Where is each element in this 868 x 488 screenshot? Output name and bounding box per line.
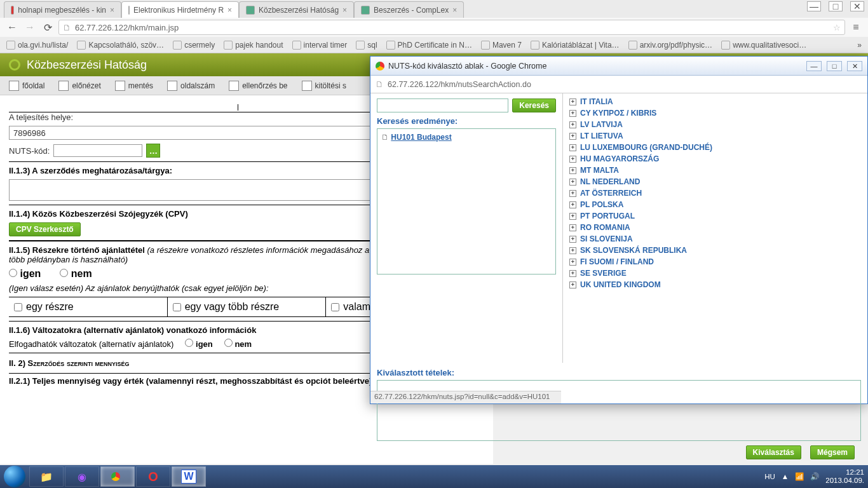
expand-icon[interactable]: + — [569, 270, 576, 277]
tray-clock[interactable]: 12:21 2013.04.09. — [825, 468, 864, 485]
tree-item[interactable]: +SI SLOVENIJA — [563, 233, 867, 245]
tree-item[interactable]: +RO ROMANIA — [563, 222, 867, 233]
toolbar-mentés[interactable]: mentés — [115, 81, 153, 91]
bookmark-item[interactable]: PhD Certificate in N… — [386, 41, 472, 50]
browser-tab[interactable]: Közbeszerzési Hatóság× — [239, 1, 354, 18]
expand-icon[interactable]: + — [569, 281, 576, 288]
tree-item[interactable]: +SE SVERIGE — [563, 268, 867, 279]
expand-icon[interactable]: + — [569, 110, 576, 117]
valamennyi-check[interactable] — [331, 303, 339, 311]
task-opera[interactable]: O — [136, 466, 170, 487]
nuts-search-button[interactable]: Keresés — [512, 98, 556, 112]
expand-icon[interactable]: + — [569, 98, 576, 105]
task-explorer[interactable]: 📁 — [29, 466, 64, 487]
expand-icon[interactable]: + — [569, 167, 576, 174]
close-btn[interactable]: ✕ — [850, 1, 864, 11]
maximize-btn[interactable]: □ — [829, 1, 843, 11]
popup-maximize[interactable]: □ — [827, 61, 842, 71]
egy-reszre-check[interactable] — [14, 303, 22, 311]
result-link-hu101[interactable]: HU101 Budapest — [391, 133, 451, 142]
expand-icon[interactable]: + — [569, 213, 576, 220]
tray-volume-icon[interactable]: 🔊 — [810, 472, 819, 481]
tree-item[interactable]: +MT MALTA — [563, 165, 867, 176]
cancel-button[interactable]: Mégsem — [810, 445, 855, 459]
toolbar-előnézet[interactable]: előnézet — [58, 81, 100, 91]
expand-icon[interactable]: + — [569, 247, 576, 254]
tree-item[interactable]: +PL POLSKA — [563, 199, 867, 210]
menu-button[interactable]: ≡ — [849, 20, 863, 34]
task-chrome[interactable] — [100, 466, 135, 487]
expand-icon[interactable]: + — [569, 133, 576, 140]
tree-item[interactable]: +NL NEDERLAND — [563, 176, 867, 187]
popup-minimize[interactable]: — — [806, 61, 822, 71]
tree-item[interactable]: +IT ITALIA — [563, 96, 867, 107]
reszekre-igen[interactable]: igen — [9, 268, 41, 280]
address-bar[interactable]: 🗋 62.77.226.122/hkm/main.jsp ☆ — [58, 20, 845, 35]
tree-item[interactable]: +CY ΚΥΠΡΟΣ / KIBRIS — [563, 107, 867, 119]
egy-vagy-tobb-check[interactable] — [173, 303, 181, 311]
nuts-picker-button[interactable]: … — [146, 144, 160, 158]
expand-icon[interactable]: + — [569, 259, 576, 266]
tab-close-icon[interactable]: × — [227, 6, 232, 15]
tree-item[interactable]: +PT PORTUGAL — [563, 210, 867, 222]
tab-close-icon[interactable]: × — [110, 6, 114, 15]
minimize-btn[interactable]: — — [807, 1, 821, 11]
bookmark-item[interactable]: sql — [356, 41, 377, 50]
tree-item[interactable]: +SK SLOVENSKÁ REPUBLIKA — [563, 245, 867, 256]
toolbar-ellenőrzés[interactable]: ellenőrzés be — [229, 81, 287, 91]
expand-icon[interactable]: + — [569, 144, 576, 151]
task-word[interactable]: W — [172, 466, 206, 487]
browser-tab[interactable]: Beszerzés - CompLex× — [354, 1, 464, 18]
bookmark-item[interactable]: Kapcsolatháló, szöv… — [77, 41, 164, 50]
popup-close[interactable]: ✕ — [847, 61, 862, 71]
tab-close-icon[interactable]: × — [452, 6, 457, 15]
tray-network-icon[interactable]: 📶 — [795, 472, 804, 481]
expand-icon[interactable]: + — [569, 190, 576, 197]
tree-item[interactable]: +AT ÖSTERREICH — [563, 187, 867, 199]
bookmark-item[interactable]: arxiv.org/pdf/physic… — [628, 41, 713, 50]
tree-item[interactable]: +FI SUOMI / FINLAND — [563, 256, 867, 268]
bookmark-item[interactable]: csermely — [173, 41, 215, 50]
select-button[interactable]: Kiválasztás — [746, 445, 801, 459]
toolbar-oldalszám[interactable]: oldalszám — [167, 81, 215, 91]
expand-icon[interactable]: + — [569, 201, 576, 208]
bookmark-favicon — [6, 41, 15, 50]
tree-item[interactable]: +LT LIETUVA — [563, 130, 867, 142]
start-button[interactable] — [4, 466, 25, 487]
star-icon[interactable]: ☆ — [833, 23, 841, 32]
tab-close-icon[interactable]: × — [342, 6, 347, 15]
expand-icon[interactable]: + — [569, 179, 576, 186]
cpv-editor-button[interactable]: CPV Szerkesztő — [9, 222, 81, 236]
task-app1[interactable]: ◉ — [65, 466, 99, 487]
bookmark-item[interactable]: pajek handout — [224, 41, 283, 50]
browser-tab[interactable]: holnapi megbeszélés - kin× — [4, 1, 121, 18]
tree-item[interactable]: +HU MAGYARORSZÁG — [563, 153, 867, 165]
bookmark-item[interactable]: Maven 7 — [481, 41, 522, 50]
tray-lang[interactable]: HU — [764, 473, 775, 480]
forward-button[interactable]: → — [23, 20, 37, 34]
tree-item[interactable]: +LU LUXEMBOURG (GRAND-DUCHÉ) — [563, 142, 867, 153]
toolbar-icon — [58, 81, 69, 91]
bookmarks-overflow[interactable]: » — [857, 41, 862, 50]
back-button[interactable]: ← — [5, 20, 19, 34]
bookmark-item[interactable]: Kalóriatáblázat | Vita… — [531, 41, 620, 50]
tray-flag-icon[interactable]: ▲ — [782, 473, 789, 480]
expand-icon[interactable]: + — [569, 156, 576, 163]
tree-item[interactable]: +LV LATVIJA — [563, 119, 867, 130]
reszekre-nem[interactable]: nem — [60, 268, 92, 280]
bookmark-item[interactable]: www.qualitativesoci… — [721, 41, 806, 50]
bookmark-item[interactable]: interval timer — [292, 41, 348, 50]
reload-button[interactable]: ⟳ — [41, 20, 55, 34]
valtozatok-igen[interactable]: igen — [185, 339, 212, 349]
toolbar-főoldal[interactable]: főoldal — [9, 81, 44, 91]
expand-icon[interactable]: + — [569, 236, 576, 243]
bookmark-item[interactable]: ola.gvi.hu/lista/ — [6, 41, 68, 50]
nuts-input[interactable] — [53, 144, 142, 157]
nuts-search-input[interactable] — [377, 98, 508, 112]
toolbar-kitöltési[interactable]: kitöltési s — [302, 81, 346, 91]
expand-icon[interactable]: + — [569, 121, 576, 128]
tree-item[interactable]: +UK UNITED KINGDOM — [563, 279, 867, 290]
expand-icon[interactable]: + — [569, 224, 576, 231]
browser-tab[interactable]: Elektronikus Hirdetmény R× — [121, 1, 239, 18]
valtozatok-nem[interactable]: nem — [224, 339, 252, 349]
